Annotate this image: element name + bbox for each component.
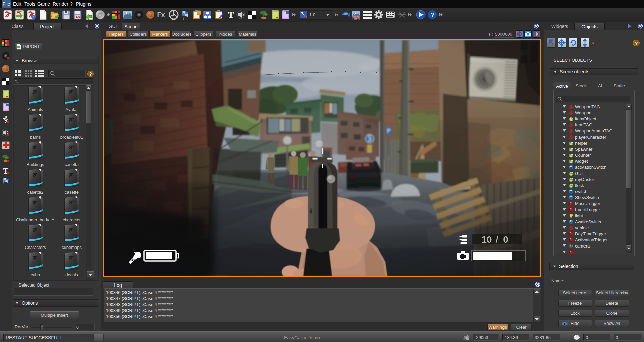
svg-text:1x: 1x <box>304 15 307 18</box>
svg-text:?: ? <box>89 71 92 77</box>
svg-text:light: light <box>575 213 583 218</box>
svg-text:vehicle: vehicle <box>575 225 589 230</box>
svg-text:2: 2 <box>32 15 34 19</box>
svg-text:Counter: Counter <box>575 153 591 158</box>
svg-text:T: T <box>3 166 8 175</box>
svg-text:Weapon: Weapon <box>575 110 591 115</box>
svg-text:EventTrigger: EventTrigger <box>575 207 600 212</box>
svg-text:1.0: 1.0 <box>309 12 315 17</box>
svg-text:Challanger_body_A: Challanger_body_A <box>16 217 55 222</box>
svg-text:10: 10 <box>481 234 492 245</box>
svg-text:broadleaf01: broadleaf01 <box>60 135 83 140</box>
svg-text:Fx: Fx <box>157 11 165 18</box>
svg-text:playerCharacter: playerCharacter <box>575 135 606 140</box>
svg-text:ShowSwitch: ShowSwitch <box>575 195 599 200</box>
svg-text:helper: helper <box>575 141 588 146</box>
svg-text:DayTimeTrigger: DayTimeTrigger <box>575 231 606 236</box>
svg-text:camera: camera <box>575 243 590 249</box>
svg-text:WeaponTAG: WeaponTAG <box>575 104 600 109</box>
svg-text:AwakeSwitch: AwakeSwitch <box>575 219 601 224</box>
svg-text:casette: casette <box>65 190 79 195</box>
svg-text:Spawner: Spawner <box>575 147 593 152</box>
svg-text:?: ? <box>430 11 434 18</box>
svg-text:widget: widget <box>575 159 588 164</box>
svg-text:0: 0 <box>503 234 508 245</box>
svg-text:ItemTAG: ItemTAG <box>575 122 592 127</box>
svg-text:Avatar: Avatar <box>65 107 78 112</box>
svg-text:MusicTrigger: MusicTrigger <box>575 201 600 206</box>
svg-text:Animals: Animals <box>28 107 43 112</box>
svg-text:rayCaster: rayCaster <box>575 177 594 182</box>
svg-text:Characters: Characters <box>25 245 46 250</box>
svg-text:activationSwitch: activationSwitch <box>575 165 606 170</box>
svg-text:ActivationTrigger: ActivationTrigger <box>575 237 608 242</box>
svg-text:GUI: GUI <box>575 171 583 176</box>
svg-text:As: As <box>75 15 80 19</box>
svg-text:casetta2: casetta2 <box>27 190 43 195</box>
svg-text:itemObject: itemObject <box>575 116 596 121</box>
svg-text:cubo: cubo <box>31 272 40 277</box>
svg-text:/: / <box>496 235 498 244</box>
svg-text:NEW: NEW <box>352 16 360 20</box>
svg-text:switch: switch <box>575 189 587 194</box>
svg-text:WeaponAmmoTAG: WeaponAmmoTAG <box>575 128 613 134</box>
svg-text:character: character <box>63 217 81 222</box>
svg-text:barns: barns <box>30 135 41 140</box>
svg-text:casetta: casetta <box>65 162 79 167</box>
svg-text:flock: flock <box>575 183 584 188</box>
svg-text:cubemaps: cubemaps <box>62 245 82 250</box>
svg-text:Buildings: Buildings <box>27 162 44 167</box>
svg-text:T: T <box>228 10 234 20</box>
svg-text:?: ? <box>635 40 638 46</box>
svg-text:decals: decals <box>65 272 78 277</box>
